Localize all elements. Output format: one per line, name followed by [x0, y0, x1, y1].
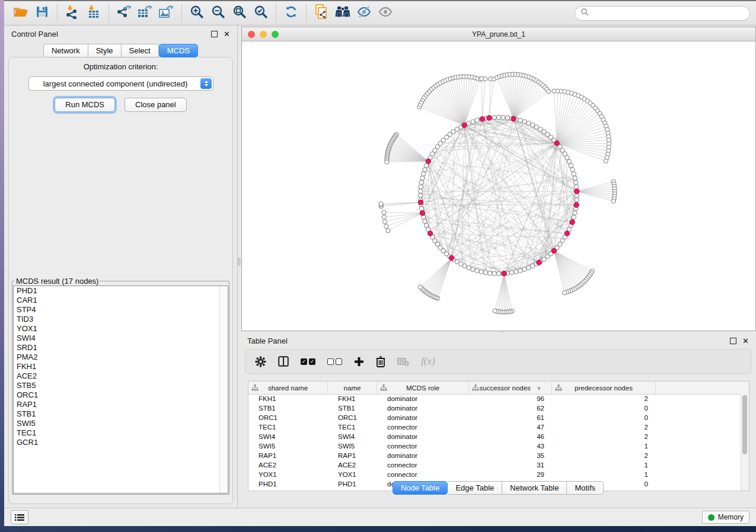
memory-label: Memory — [718, 513, 744, 521]
add-column-button[interactable] — [354, 357, 364, 367]
network-canvas[interactable] — [242, 41, 755, 331]
mcds-result-item[interactable]: YOX1 — [14, 324, 228, 334]
node-table: shared name name MCDS role successor nod… — [248, 381, 749, 491]
mcds-result-item[interactable]: STP4 — [14, 305, 228, 315]
mcds-result-item[interactable]: SRD1 — [14, 343, 228, 352]
open-folder-icon — [13, 5, 28, 21]
show-all-button[interactable] — [375, 4, 396, 23]
search-box[interactable] — [575, 6, 750, 21]
mcds-result-item[interactable]: SWI5 — [14, 419, 228, 428]
column-header-shared-name[interactable]: shared name — [248, 382, 328, 394]
memory-button[interactable]: Memory — [702, 511, 749, 524]
open-file-button[interactable] — [10, 4, 31, 23]
hide-selected-button[interactable] — [353, 4, 375, 23]
table-row[interactable]: ORC1ORC1dominator610 — [248, 413, 741, 422]
network-from-selection-button[interactable] — [311, 4, 332, 23]
zoom-in-button[interactable] — [186, 4, 208, 23]
zoom-selected-button[interactable] — [250, 4, 272, 23]
table-scrollbar-thumb[interactable] — [742, 395, 747, 454]
toolbar-separator — [57, 4, 58, 22]
table-row[interactable]: STB1STB1dominator620 — [248, 403, 741, 413]
find-button[interactable] — [332, 4, 353, 23]
close-window-icon[interactable] — [248, 31, 255, 38]
table-cell: 29 — [469, 470, 552, 479]
deselect-all-columns-button[interactable] — [327, 358, 342, 365]
task-history-button[interactable] — [11, 510, 28, 524]
table-row[interactable]: SWI4SWI4dominator462 — [248, 432, 741, 441]
column-header-predecessor-nodes[interactable]: predecessor nodes — [552, 382, 656, 394]
table-settings-button[interactable] — [255, 356, 266, 367]
mcds-result-item[interactable]: FKH1 — [14, 362, 228, 371]
tab-network-table[interactable]: Network Table — [502, 481, 567, 495]
show-column-panel-button[interactable] — [278, 356, 289, 367]
tab-mcds[interactable]: MCDS — [159, 44, 198, 57]
mcds-result-item[interactable]: ACE2 — [14, 371, 228, 381]
search-input[interactable] — [592, 8, 744, 18]
mcds-result-item[interactable]: RAP1 — [14, 400, 228, 409]
mcds-result-item[interactable]: ORC1 — [14, 390, 228, 400]
tab-motifs[interactable]: Motifs — [567, 481, 604, 495]
table-row[interactable]: RAP1RAP1dominator352 — [248, 451, 741, 460]
zoom-out-button[interactable] — [208, 4, 229, 23]
eye-slash-icon — [356, 5, 372, 21]
function-builder-button-disabled[interactable]: f(x) — [421, 355, 435, 367]
tab-network[interactable]: Network — [43, 44, 88, 57]
mcds-result-item[interactable]: PHD1 — [14, 286, 228, 296]
table-scrollbar[interactable] — [741, 394, 749, 491]
select-all-columns-button[interactable]: ✓ ✓ — [301, 358, 315, 365]
table-cell: 0 — [552, 403, 656, 413]
mcds-result-item[interactable]: CAR1 — [14, 296, 228, 305]
refresh-view-button[interactable] — [280, 4, 302, 23]
delete-column-button[interactable] — [376, 356, 385, 367]
mcds-result-item[interactable]: SWI4 — [14, 334, 228, 343]
run-mcds-button[interactable]: Run MCDS — [55, 98, 115, 112]
node-table-header: shared name name MCDS role successor nod… — [248, 382, 749, 395]
zoom-fit-button[interactable] — [229, 4, 250, 23]
maximize-window-icon[interactable] — [272, 31, 279, 38]
mcds-result-item[interactable]: TEC1 — [14, 428, 228, 438]
export-image-button[interactable] — [156, 4, 177, 23]
delete-table-button-disabled[interactable] — [397, 357, 409, 366]
optimization-criterion-select[interactable]: largest connected component (undirected) — [28, 76, 213, 91]
table-row[interactable]: YOX1YOX1connector291 — [248, 470, 741, 479]
table-row[interactable]: FKH1FKH1dominator962 — [248, 394, 741, 403]
column-header-mcds-role[interactable]: MCDS role — [377, 382, 469, 394]
network-graph[interactable] — [242, 41, 755, 331]
import-table-button[interactable] — [83, 4, 104, 23]
table-row[interactable]: TEC1TEC1connector472 — [248, 422, 741, 432]
tab-style[interactable]: Style — [88, 44, 122, 57]
table-row[interactable]: ACE2ACE2connector311 — [248, 460, 741, 470]
mcds-result-item[interactable]: STB1 — [14, 409, 228, 419]
close-panel-icon[interactable]: ✕ — [742, 337, 749, 345]
mcds-result-item[interactable]: TID3 — [14, 315, 228, 324]
tab-select[interactable]: Select — [122, 44, 159, 57]
mcds-result-item[interactable]: PMA2 — [14, 352, 228, 362]
table-cell: 2 — [552, 422, 656, 432]
mcds-list-scrollbar[interactable] — [219, 286, 228, 493]
column-header-successor-nodes[interactable]: successor nodes ∨ — [469, 382, 552, 394]
float-panel-icon[interactable] — [211, 31, 218, 37]
table-cell-filler — [656, 470, 741, 479]
table-panel-titlebar: Table Panel ✕ — [240, 332, 756, 349]
minimize-window-icon[interactable] — [260, 31, 267, 38]
tab-edge-table[interactable]: Edge Table — [448, 481, 502, 495]
export-network-button[interactable] — [113, 4, 135, 23]
import-network-button[interactable] — [62, 4, 83, 23]
mcds-result-item[interactable]: GCR1 — [14, 438, 228, 447]
mcds-result-list[interactable]: PHD1CAR1STP4TID3YOX1SWI4SRD1PMA2FKH1ACE2… — [13, 286, 228, 493]
table-cell: 2 — [552, 394, 656, 403]
table-panel: Table Panel ✕ ✓ ✓ — [240, 332, 756, 508]
table-row[interactable]: SWI5SWI5connector431 — [248, 441, 741, 451]
close-panel-icon[interactable]: ✕ — [224, 30, 230, 38]
float-panel-icon[interactable] — [730, 338, 736, 344]
list-icon — [15, 514, 24, 521]
export-table-button[interactable] — [135, 4, 156, 23]
mcds-result-item[interactable]: STB5 — [14, 381, 228, 390]
tab-node-table[interactable]: Node Table — [393, 481, 448, 495]
search-icon — [580, 8, 589, 18]
save-session-button[interactable] — [31, 4, 53, 23]
close-panel-button[interactable]: Close panel — [125, 98, 187, 112]
column-header-name[interactable]: name — [328, 382, 377, 394]
vertical-splitter-handle[interactable] — [238, 258, 241, 266]
network-view-titlebar[interactable]: YPA_prune.txt_1 — [242, 27, 755, 41]
